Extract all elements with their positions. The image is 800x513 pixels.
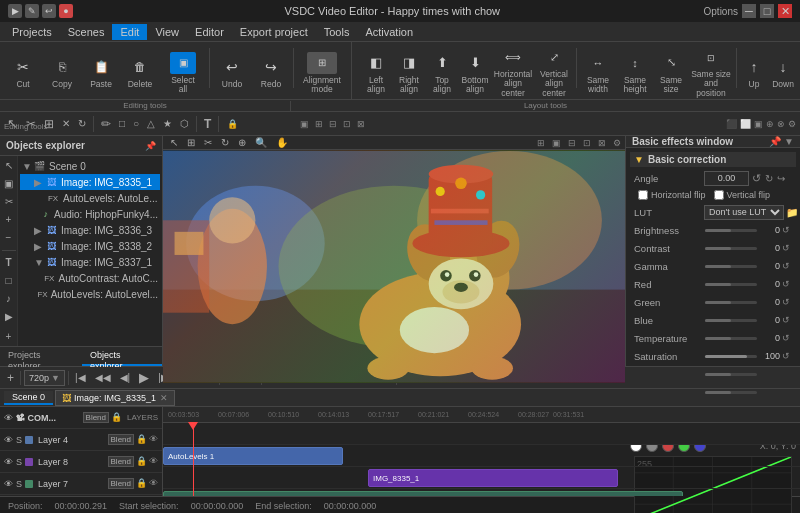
tool-t[interactable]: T	[1, 255, 17, 271]
tree-img8335[interactable]: ▶ 🖼 Image: IMG_8335_1	[20, 174, 160, 190]
brightness-slider[interactable]	[705, 229, 757, 232]
v-center-button[interactable]: ⤢ Verticalalign center	[535, 48, 573, 98]
horizontal-flip-checkbox[interactable]: Horizontal flip	[638, 190, 706, 200]
play[interactable]: ▶	[136, 369, 152, 386]
angle-input[interactable]	[704, 171, 749, 186]
scene-tab-0[interactable]: Scene 0	[4, 391, 53, 405]
delete-button[interactable]: 🗑 Delete	[121, 48, 159, 98]
green-reset[interactable]: ↺	[780, 296, 792, 308]
layer8-lock[interactable]: 🔒	[136, 456, 147, 467]
clip-autolevels[interactable]: AutoLevels 1	[163, 447, 343, 465]
top-align-button[interactable]: ⬆ Topalign	[426, 48, 458, 98]
clip-tab-img8335[interactable]: 🖼 Image: IMG_8335_1 ✕	[55, 390, 175, 406]
tool-pen[interactable]: ✏	[98, 116, 114, 132]
select-all-button[interactable]: ▣ Selectall	[160, 48, 206, 98]
saturation-slider[interactable]	[705, 355, 757, 358]
preview-tool-4[interactable]: ↻	[218, 136, 232, 149]
cut-button[interactable]: ✂ Cut	[4, 48, 42, 98]
tool-nodes[interactable]: ⬡	[177, 117, 192, 130]
left-align-button[interactable]: ◧ Leftalign	[360, 48, 392, 98]
track-solo-4[interactable]: S	[16, 435, 22, 445]
master-lock[interactable]: 🔒	[111, 412, 122, 423]
preview-tool-5[interactable]: ⊕	[235, 136, 249, 149]
resolution-selector[interactable]: 720p ▼	[24, 370, 65, 386]
tree-autocontrast[interactable]: FX AutoContrast: AutoC...	[20, 270, 160, 286]
clip-audio[interactable]: HiphopFunkyUpbeat_1	[163, 491, 683, 496]
tool-rotate[interactable]: ↻	[75, 117, 89, 130]
tool-text[interactable]: T	[201, 116, 214, 132]
brightness-reset[interactable]: ↺	[780, 224, 792, 236]
blue-reset[interactable]: ↺	[780, 314, 792, 326]
down-button[interactable]: ↓ Down	[769, 48, 797, 98]
vertical-flip-checkbox[interactable]: Vertical flip	[714, 190, 771, 200]
saturation-reset[interactable]: ↺	[780, 350, 792, 362]
contrast-reset[interactable]: ↺	[780, 242, 792, 254]
menu-edit[interactable]: Edit	[112, 24, 147, 40]
panel-pin[interactable]: 📌	[145, 141, 156, 151]
track-visibility-master[interactable]: 👁	[4, 413, 13, 423]
clip-img8335[interactable]: IMG_8335_1	[368, 469, 618, 487]
tool-star[interactable]: ★	[160, 117, 175, 130]
rewind[interactable]: ◀◀	[92, 371, 114, 384]
tree-img8337[interactable]: ▼ 🖼 Image: IMG_8337_1	[20, 254, 160, 270]
sharpen-slider[interactable]	[705, 373, 757, 376]
hflip-input[interactable]	[638, 190, 648, 200]
tab-projects-explorer[interactable]: Projects explorer	[0, 347, 82, 366]
tree-audio1[interactable]: ♪ Audio: HiphopFunky4...	[20, 206, 160, 222]
preview-tool-3[interactable]: ✂	[201, 136, 215, 149]
layer7-vis[interactable]: 👁	[149, 478, 158, 489]
tool-circle[interactable]: ○	[130, 117, 142, 130]
track-solo-8[interactable]: S	[16, 457, 22, 467]
red-slider[interactable]	[705, 283, 757, 286]
prev-frame[interactable]: ◀|	[117, 371, 134, 384]
contrast-slider[interactable]	[705, 247, 757, 250]
angle-reset[interactable]: ↺	[751, 171, 762, 186]
gamma-reset[interactable]: ↺	[780, 260, 792, 272]
vflip-input[interactable]	[714, 190, 724, 200]
menu-view[interactable]: View	[147, 24, 187, 40]
right-align-button[interactable]: ◨ Rightalign	[393, 48, 425, 98]
preview-tool-2[interactable]: ⊞	[184, 136, 198, 149]
tool-x[interactable]: ✕	[59, 117, 73, 130]
tool-add[interactable]: +	[1, 212, 17, 228]
same-height-button[interactable]: ↕ Sameheight	[617, 48, 653, 98]
menu-scenes[interactable]: Scenes	[60, 24, 113, 40]
preview-tool-6[interactable]: 🔍	[252, 136, 270, 149]
tool-shape[interactable]: □	[116, 117, 128, 130]
tool-video[interactable]: ▶	[1, 308, 17, 324]
preview-tool-1[interactable]: ↖	[167, 136, 181, 149]
menu-editor[interactable]: Editor	[187, 24, 232, 40]
h-center-button[interactable]: ⟺ Horizontalalign center	[492, 48, 534, 98]
paste-button[interactable]: 📋 Paste	[82, 48, 120, 98]
tree-img8338[interactable]: ▶ 🖼 Image: IMG_8338_2	[20, 238, 160, 254]
angle-cw[interactable]: ↻	[764, 172, 774, 185]
menu-projects[interactable]: Projects	[4, 24, 60, 40]
menu-activation[interactable]: Activation	[357, 24, 421, 40]
tool-select[interactable]: ▣	[1, 176, 17, 192]
alignment-mode-button[interactable]: ⊞ Alignmentmode	[297, 48, 347, 98]
tab-objects-explorer[interactable]: Objects explorer	[82, 347, 162, 366]
tool-triangle[interactable]: △	[144, 117, 158, 130]
prev-clip[interactable]: |◀	[72, 371, 89, 384]
blue-slider[interactable]	[705, 319, 757, 322]
tool-shape2[interactable]: □	[1, 272, 17, 288]
timeline-add[interactable]: +	[4, 370, 17, 386]
tool-audio[interactable]: ♪	[1, 290, 17, 306]
same-size-button[interactable]: ⤡ Samesize	[654, 48, 688, 98]
menu-tools[interactable]: Tools	[316, 24, 358, 40]
panel-unpin[interactable]: 📌	[769, 136, 781, 147]
redo-button[interactable]: ↪ Redo	[252, 48, 290, 98]
tree-scene0[interactable]: ▼ 🎬 Scene 0	[20, 158, 160, 174]
angle-preset[interactable]: ↪	[776, 172, 786, 185]
track-visibility-7[interactable]: 👁	[4, 479, 13, 489]
copy-button[interactable]: ⎘ Copy	[43, 48, 81, 98]
lut-select[interactable]: Don't use LUT	[704, 205, 784, 220]
basic-correction-header[interactable]: ▼ Basic correction	[630, 152, 796, 167]
red-reset[interactable]: ↺	[780, 278, 792, 290]
tool-plus-bottom[interactable]: +	[1, 328, 17, 344]
layer8-vis[interactable]: 👁	[149, 456, 158, 467]
preview-tool-7[interactable]: ✋	[273, 136, 291, 149]
menu-export[interactable]: Export project	[232, 24, 316, 40]
panel-menu[interactable]: ▼	[784, 136, 794, 147]
temperature-reset[interactable]: ↺	[780, 332, 792, 344]
